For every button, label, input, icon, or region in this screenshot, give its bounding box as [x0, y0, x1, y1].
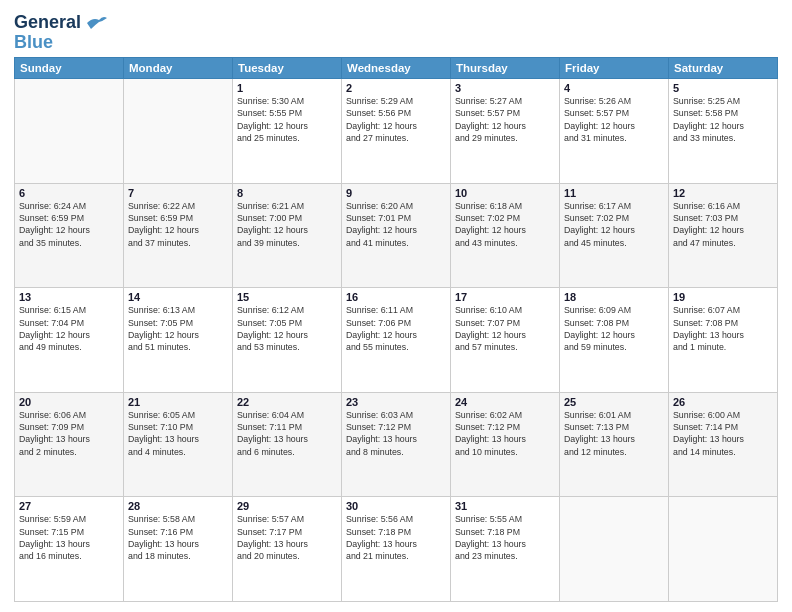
calendar-cell: 17Sunrise: 6:10 AMSunset: 7:07 PMDayligh…	[451, 288, 560, 393]
cell-day-info: Sunrise: 5:29 AMSunset: 5:56 PMDaylight:…	[346, 95, 446, 144]
cell-day-number: 10	[455, 187, 555, 199]
calendar-cell: 19Sunrise: 6:07 AMSunset: 7:08 PMDayligh…	[669, 288, 778, 393]
calendar-cell: 8Sunrise: 6:21 AMSunset: 7:00 PMDaylight…	[233, 183, 342, 288]
cell-day-info: Sunrise: 6:05 AMSunset: 7:10 PMDaylight:…	[128, 409, 228, 458]
calendar-cell: 6Sunrise: 6:24 AMSunset: 6:59 PMDaylight…	[15, 183, 124, 288]
cell-day-number: 11	[564, 187, 664, 199]
calendar-week-row: 20Sunrise: 6:06 AMSunset: 7:09 PMDayligh…	[15, 392, 778, 497]
cell-day-number: 31	[455, 500, 555, 512]
cell-day-number: 13	[19, 291, 119, 303]
logo-bird-icon	[85, 15, 107, 31]
cell-day-number: 16	[346, 291, 446, 303]
cell-day-number: 6	[19, 187, 119, 199]
cell-day-info: Sunrise: 6:09 AMSunset: 7:08 PMDaylight:…	[564, 304, 664, 353]
calendar-cell: 13Sunrise: 6:15 AMSunset: 7:04 PMDayligh…	[15, 288, 124, 393]
cell-day-info: Sunrise: 6:00 AMSunset: 7:14 PMDaylight:…	[673, 409, 773, 458]
cell-day-number: 28	[128, 500, 228, 512]
cell-day-number: 2	[346, 82, 446, 94]
calendar-cell: 28Sunrise: 5:58 AMSunset: 7:16 PMDayligh…	[124, 497, 233, 602]
logo: General Blue	[14, 12, 107, 51]
cell-day-info: Sunrise: 6:12 AMSunset: 7:05 PMDaylight:…	[237, 304, 337, 353]
weekday-header-monday: Monday	[124, 58, 233, 79]
cell-day-info: Sunrise: 5:25 AMSunset: 5:58 PMDaylight:…	[673, 95, 773, 144]
cell-day-number: 29	[237, 500, 337, 512]
calendar-cell: 21Sunrise: 6:05 AMSunset: 7:10 PMDayligh…	[124, 392, 233, 497]
cell-day-number: 14	[128, 291, 228, 303]
cell-day-number: 22	[237, 396, 337, 408]
cell-day-info: Sunrise: 6:10 AMSunset: 7:07 PMDaylight:…	[455, 304, 555, 353]
cell-day-info: Sunrise: 5:55 AMSunset: 7:18 PMDaylight:…	[455, 513, 555, 562]
calendar-cell: 5Sunrise: 5:25 AMSunset: 5:58 PMDaylight…	[669, 79, 778, 184]
calendar-cell: 3Sunrise: 5:27 AMSunset: 5:57 PMDaylight…	[451, 79, 560, 184]
weekday-header-tuesday: Tuesday	[233, 58, 342, 79]
calendar-cell: 23Sunrise: 6:03 AMSunset: 7:12 PMDayligh…	[342, 392, 451, 497]
calendar-cell: 27Sunrise: 5:59 AMSunset: 7:15 PMDayligh…	[15, 497, 124, 602]
calendar-cell	[669, 497, 778, 602]
calendar-cell	[560, 497, 669, 602]
cell-day-info: Sunrise: 5:26 AMSunset: 5:57 PMDaylight:…	[564, 95, 664, 144]
calendar-cell: 11Sunrise: 6:17 AMSunset: 7:02 PMDayligh…	[560, 183, 669, 288]
weekday-header-row: SundayMondayTuesdayWednesdayThursdayFrid…	[15, 58, 778, 79]
calendar-cell: 16Sunrise: 6:11 AMSunset: 7:06 PMDayligh…	[342, 288, 451, 393]
weekday-header-thursday: Thursday	[451, 58, 560, 79]
cell-day-number: 3	[455, 82, 555, 94]
cell-day-number: 4	[564, 82, 664, 94]
cell-day-number: 24	[455, 396, 555, 408]
cell-day-info: Sunrise: 6:11 AMSunset: 7:06 PMDaylight:…	[346, 304, 446, 353]
cell-day-number: 15	[237, 291, 337, 303]
cell-day-number: 18	[564, 291, 664, 303]
cell-day-number: 12	[673, 187, 773, 199]
cell-day-info: Sunrise: 6:01 AMSunset: 7:13 PMDaylight:…	[564, 409, 664, 458]
cell-day-info: Sunrise: 6:22 AMSunset: 6:59 PMDaylight:…	[128, 200, 228, 249]
calendar-cell: 24Sunrise: 6:02 AMSunset: 7:12 PMDayligh…	[451, 392, 560, 497]
calendar-cell: 10Sunrise: 6:18 AMSunset: 7:02 PMDayligh…	[451, 183, 560, 288]
cell-day-number: 1	[237, 82, 337, 94]
cell-day-number: 7	[128, 187, 228, 199]
calendar-week-row: 13Sunrise: 6:15 AMSunset: 7:04 PMDayligh…	[15, 288, 778, 393]
cell-day-info: Sunrise: 6:24 AMSunset: 6:59 PMDaylight:…	[19, 200, 119, 249]
cell-day-number: 26	[673, 396, 773, 408]
calendar-week-row: 27Sunrise: 5:59 AMSunset: 7:15 PMDayligh…	[15, 497, 778, 602]
calendar-cell: 14Sunrise: 6:13 AMSunset: 7:05 PMDayligh…	[124, 288, 233, 393]
weekday-header-friday: Friday	[560, 58, 669, 79]
calendar-table: SundayMondayTuesdayWednesdayThursdayFrid…	[14, 57, 778, 602]
cell-day-info: Sunrise: 6:06 AMSunset: 7:09 PMDaylight:…	[19, 409, 119, 458]
cell-day-number: 21	[128, 396, 228, 408]
logo-line: General	[14, 12, 107, 33]
cell-day-info: Sunrise: 6:21 AMSunset: 7:00 PMDaylight:…	[237, 200, 337, 249]
cell-day-info: Sunrise: 6:03 AMSunset: 7:12 PMDaylight:…	[346, 409, 446, 458]
cell-day-info: Sunrise: 6:13 AMSunset: 7:05 PMDaylight:…	[128, 304, 228, 353]
cell-day-info: Sunrise: 6:17 AMSunset: 7:02 PMDaylight:…	[564, 200, 664, 249]
calendar-cell: 12Sunrise: 6:16 AMSunset: 7:03 PMDayligh…	[669, 183, 778, 288]
calendar-week-row: 1Sunrise: 5:30 AMSunset: 5:55 PMDaylight…	[15, 79, 778, 184]
calendar-cell: 31Sunrise: 5:55 AMSunset: 7:18 PMDayligh…	[451, 497, 560, 602]
cell-day-info: Sunrise: 6:15 AMSunset: 7:04 PMDaylight:…	[19, 304, 119, 353]
cell-day-number: 23	[346, 396, 446, 408]
cell-day-info: Sunrise: 6:20 AMSunset: 7:01 PMDaylight:…	[346, 200, 446, 249]
cell-day-number: 20	[19, 396, 119, 408]
cell-day-info: Sunrise: 6:04 AMSunset: 7:11 PMDaylight:…	[237, 409, 337, 458]
cell-day-number: 19	[673, 291, 773, 303]
logo-blue: Blue	[14, 33, 53, 51]
calendar-cell: 20Sunrise: 6:06 AMSunset: 7:09 PMDayligh…	[15, 392, 124, 497]
calendar-cell: 2Sunrise: 5:29 AMSunset: 5:56 PMDaylight…	[342, 79, 451, 184]
logo-general: General	[14, 12, 81, 33]
cell-day-number: 5	[673, 82, 773, 94]
cell-day-info: Sunrise: 5:58 AMSunset: 7:16 PMDaylight:…	[128, 513, 228, 562]
cell-day-info: Sunrise: 6:02 AMSunset: 7:12 PMDaylight:…	[455, 409, 555, 458]
calendar-cell: 22Sunrise: 6:04 AMSunset: 7:11 PMDayligh…	[233, 392, 342, 497]
page: General Blue SundayMondayTuesdayWednesda…	[0, 0, 792, 612]
calendar-cell: 4Sunrise: 5:26 AMSunset: 5:57 PMDaylight…	[560, 79, 669, 184]
cell-day-number: 25	[564, 396, 664, 408]
weekday-header-sunday: Sunday	[15, 58, 124, 79]
calendar-header: SundayMondayTuesdayWednesdayThursdayFrid…	[15, 58, 778, 79]
cell-day-number: 8	[237, 187, 337, 199]
cell-day-info: Sunrise: 5:30 AMSunset: 5:55 PMDaylight:…	[237, 95, 337, 144]
calendar-cell	[124, 79, 233, 184]
cell-day-info: Sunrise: 6:18 AMSunset: 7:02 PMDaylight:…	[455, 200, 555, 249]
cell-day-number: 17	[455, 291, 555, 303]
calendar-cell: 29Sunrise: 5:57 AMSunset: 7:17 PMDayligh…	[233, 497, 342, 602]
cell-day-info: Sunrise: 5:57 AMSunset: 7:17 PMDaylight:…	[237, 513, 337, 562]
calendar-cell: 9Sunrise: 6:20 AMSunset: 7:01 PMDaylight…	[342, 183, 451, 288]
cell-day-info: Sunrise: 5:59 AMSunset: 7:15 PMDaylight:…	[19, 513, 119, 562]
